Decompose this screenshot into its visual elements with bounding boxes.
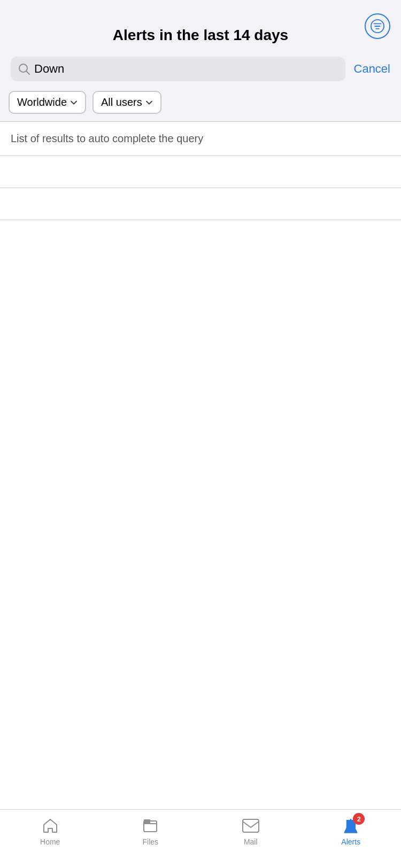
alerts-badge: 2 [353, 813, 365, 825]
alerts-icon: 2 [341, 816, 360, 835]
nav-home-label: Home [40, 838, 60, 846]
svg-line-5 [26, 71, 29, 74]
search-wrapper [11, 57, 345, 81]
empty-row-1 [0, 156, 401, 188]
svg-rect-8 [243, 819, 259, 832]
page-title: Alerts in the last 14 days [113, 27, 288, 44]
nav-home[interactable]: Home [0, 816, 101, 846]
empty-row-2 [0, 188, 401, 220]
files-icon [141, 816, 160, 835]
filter-lines-icon [371, 19, 384, 33]
nav-mail-label: Mail [244, 838, 258, 846]
bottom-nav: Home Files Mail [0, 809, 401, 868]
filter-options-button[interactable] [365, 13, 390, 39]
worldwide-filter-label: Worldwide [17, 96, 67, 108]
search-row: Cancel [0, 52, 401, 88]
worldwide-filter-button[interactable]: Worldwide [9, 91, 86, 114]
search-input[interactable] [34, 62, 338, 76]
nav-alerts[interactable]: 2 Alerts [301, 816, 402, 846]
nav-files-label: Files [142, 838, 158, 846]
nav-alerts-label: Alerts [341, 838, 360, 846]
chevron-down-icon [70, 99, 78, 106]
nav-files[interactable]: Files [101, 816, 201, 846]
filter-row: Worldwide All users [0, 88, 401, 121]
home-icon [41, 816, 60, 835]
page-header: Alerts in the last 14 days [0, 0, 401, 52]
mail-icon [241, 816, 260, 835]
svg-rect-7 [144, 819, 150, 824]
content-area: List of results to auto complete the que… [0, 122, 401, 868]
nav-mail[interactable]: Mail [200, 816, 301, 846]
allusers-filter-label: All users [101, 96, 142, 108]
cancel-button[interactable]: Cancel [354, 62, 390, 76]
allusers-filter-button[interactable]: All users [92, 91, 161, 114]
chevron-down-icon-2 [145, 99, 153, 106]
autocomplete-hint: List of results to auto complete the que… [0, 122, 401, 156]
search-icon [18, 63, 30, 75]
